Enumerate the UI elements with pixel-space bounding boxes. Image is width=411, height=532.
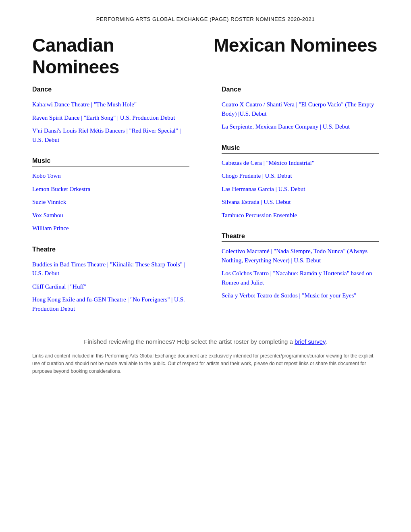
list-item[interactable]: V'ni Dansi's Louis Riel Métis Dancers | …	[32, 126, 189, 144]
canadian-dance-section: Dance Kaha:wi Dance Theatre | "The Mush …	[32, 86, 189, 144]
page-header: PERFORMING ARTS GLOBAL EXCHANGE (PAGE) R…	[32, 16, 379, 22]
list-item[interactable]: Vox Sambou	[32, 211, 189, 220]
mexican-theatre-section: Theatre Colectivo Macramé | "Nada Siempr…	[222, 233, 379, 300]
william-prince-item[interactable]: William Prince	[32, 224, 189, 233]
list-item[interactable]: Cliff Cardinal | "Huff"	[32, 282, 189, 291]
columns-header: Canadian Nominees Mexican Nominees	[32, 34, 379, 78]
list-item[interactable]: Suzie Vinnick	[32, 197, 189, 207]
mexican-dance-section: Dance Cuatro X Cuatro / Shanti Vera | "E…	[222, 86, 379, 131]
list-item[interactable]: Lemon Bucket Orkestra	[32, 185, 189, 194]
canadian-heading: Canadian Nominees	[32, 34, 206, 78]
page-title: PERFORMING ARTS GLOBAL EXCHANGE (PAGE) R…	[96, 16, 315, 22]
mexican-dance-label: Dance	[222, 86, 379, 95]
footer-disclaimer: Links and content included in this Perfo…	[32, 352, 379, 376]
list-item[interactable]: La Serpiente, Mexican Dance Company | U.…	[222, 122, 379, 131]
canadian-column: Dance Kaha:wi Dance Theatre | "The Mush …	[32, 86, 206, 326]
mexican-theatre-label: Theatre	[222, 233, 379, 242]
list-item[interactable]: Kaha:wi Dance Theatre | "The Mush Hole"	[32, 100, 189, 109]
list-item[interactable]: Las Hermanas García | U.S. Debut	[222, 185, 379, 194]
list-item[interactable]: Colectivo Macramé | "Nada Siempre, Todo …	[222, 247, 379, 265]
canadian-theatre-section: Theatre Buddies in Bad Times Theatre | "…	[32, 246, 189, 314]
list-item[interactable]: Kobo Town	[32, 171, 189, 181]
list-item[interactable]: Chogo Prudente | U.S. Debut	[222, 171, 379, 181]
list-item[interactable]: Cabezas de Cera | "México Industrial"	[222, 158, 379, 168]
list-item[interactable]: Los Colchos Teatro | "Nacahue: Ramón y H…	[222, 269, 379, 287]
list-item[interactable]: Raven Spirit Dance | "Earth Song" | U.S.…	[32, 113, 189, 123]
canadian-theatre-label: Theatre	[32, 246, 189, 255]
mexican-column: Dance Cuatro X Cuatro / Shanti Vera | "E…	[206, 86, 379, 326]
canadian-dance-label: Dance	[32, 86, 189, 95]
survey-period: .	[326, 338, 327, 345]
list-item[interactable]: Hong Kong Exile and fu-GEN Theatre | "No…	[32, 295, 189, 313]
list-item[interactable]: Buddies in Bad Times Theatre | "Kiinalik…	[32, 260, 189, 278]
mexican-music-label: Music	[222, 144, 379, 154]
main-columns: Dance Kaha:wi Dance Theatre | "The Mush …	[32, 86, 379, 326]
list-item[interactable]: Seña y Verbo: Teatro de Sordos | "Music …	[222, 291, 379, 300]
list-item[interactable]: Cuatro X Cuatro / Shanti Vera | "El Cuer…	[222, 100, 379, 118]
mexican-music-section: Music Cabezas de Cera | "México Industri…	[222, 144, 379, 220]
canadian-music-label: Music	[32, 157, 189, 166]
mexican-heading: Mexican Nominees	[206, 34, 379, 78]
canadian-music-section: Music Kobo Town Lemon Bucket Orkestra Su…	[32, 157, 189, 233]
list-item[interactable]: Tambuco Percussion Ensemble	[222, 211, 379, 220]
survey-text: Finished reviewing the nominees? Help se…	[84, 338, 295, 345]
list-item[interactable]: Silvana Estrada | U.S. Debut	[222, 197, 379, 207]
brief-survey-link[interactable]: brief survey	[295, 338, 325, 345]
footer-survey: Finished reviewing the nominees? Help se…	[32, 338, 379, 345]
